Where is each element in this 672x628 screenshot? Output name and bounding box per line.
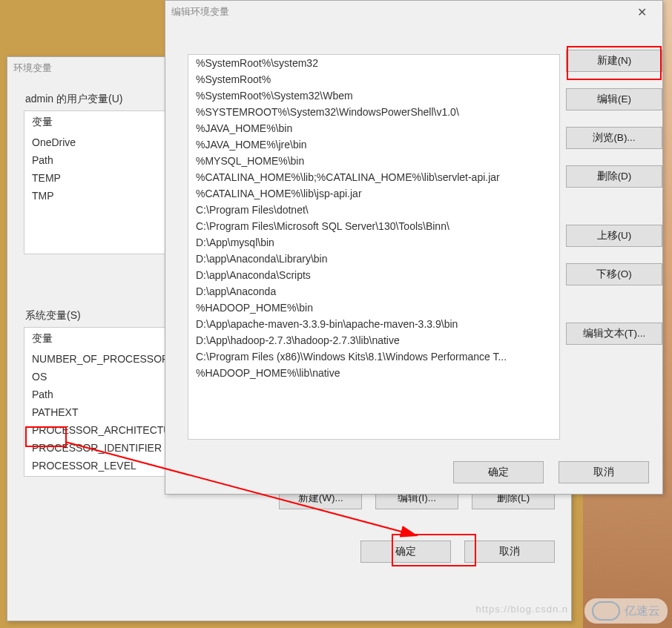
path-row[interactable]: C:\Program Files (x86)\Windows Kits\8.1\…	[188, 348, 559, 365]
env-ok-button[interactable]: 确定	[360, 541, 451, 563]
cloud-icon	[592, 601, 620, 621]
delete-button[interactable]: 删除(D)	[566, 165, 662, 188]
edit-button[interactable]: 编辑(E)	[566, 88, 662, 110]
move-down-button[interactable]: 下移(O)	[566, 263, 662, 285]
env-cancel-button[interactable]: 取消	[464, 541, 555, 563]
path-row[interactable]: D:\App\apache-maven-3.3.9-bin\apache-mav…	[188, 316, 559, 332]
path-row[interactable]: D:\app\Anaconda	[188, 283, 559, 300]
path-row[interactable]: D:\App\hadoop-2.7.3\hadoop-2.7.3\lib\nat…	[188, 332, 559, 348]
edit-dialog-footer: 确定 取消	[165, 461, 662, 483]
browse-button[interactable]: 浏览(B)...	[566, 127, 662, 149]
path-row[interactable]: %SYSTEMROOT%\System32\WindowsPowerShell\…	[188, 104, 559, 120]
path-row[interactable]: %JAVA_HOME%\bin	[188, 120, 559, 136]
edit-side-buttons: 新建(N) 编辑(E) 浏览(B)... 删除(D) 上移(U) 下移(O) 编…	[566, 50, 649, 361]
new-button[interactable]: 新建(N)	[566, 50, 662, 72]
yisuyun-watermark: 亿速云	[584, 598, 668, 624]
path-row[interactable]: %HADOOP_HOME%\bin	[188, 300, 559, 316]
path-row[interactable]: %HADOOP_HOME%\lib\native	[188, 365, 559, 381]
move-up-button[interactable]: 上移(U)	[566, 225, 662, 247]
edit-dialog-titlebar: 编辑环境变量 ✕	[165, 1, 662, 23]
path-row[interactable]: D:\App\mysql\bin	[188, 234, 559, 251]
path-row[interactable]: D:\app\Anaconda\Library\bin	[188, 251, 559, 267]
close-icon[interactable]: ✕	[627, 5, 656, 19]
watermark-text: 亿速云	[625, 604, 660, 619]
edit-text-button[interactable]: 编辑文本(T)...	[566, 323, 662, 345]
edit-dialog-title: 编辑环境变量	[171, 5, 229, 19]
path-row[interactable]: %SystemRoot%	[188, 71, 559, 87]
path-row[interactable]: C:\Program Files\dotnet\	[188, 202, 559, 218]
env-dialog-footer: 确定 取消	[7, 530, 571, 563]
path-row[interactable]: %SystemRoot%\System32\Wbem	[188, 87, 559, 104]
path-row[interactable]: C:\Program Files\Microsoft SQL Server\13…	[188, 218, 559, 234]
edit-ok-button[interactable]: 确定	[453, 461, 544, 483]
path-entries-listbox[interactable]: %SystemRoot%\system32 %SystemRoot% %Syst…	[188, 54, 560, 440]
edit-path-dialog: 编辑环境变量 ✕ %SystemRoot%\system32 %SystemRo…	[165, 0, 663, 495]
path-row[interactable]: %CATALINA_HOME%\lib;%CATALINA_HOME%\lib\…	[188, 169, 559, 185]
path-row[interactable]: %SystemRoot%\system32	[188, 55, 559, 71]
path-row[interactable]: %MYSQL_HOME%\bin	[188, 153, 559, 169]
csdn-watermark: https://blog.csdn.n	[475, 604, 568, 615]
path-row[interactable]: %CATALINA_HOME%\lib\jsp-api.jar	[188, 185, 559, 202]
edit-cancel-button[interactable]: 取消	[559, 461, 649, 483]
path-row[interactable]: %JAVA_HOME%\jre\bin	[188, 136, 559, 153]
env-dialog-title: 环境变量	[13, 62, 52, 75]
path-row[interactable]: D:\app\Anaconda\Scripts	[188, 267, 559, 283]
